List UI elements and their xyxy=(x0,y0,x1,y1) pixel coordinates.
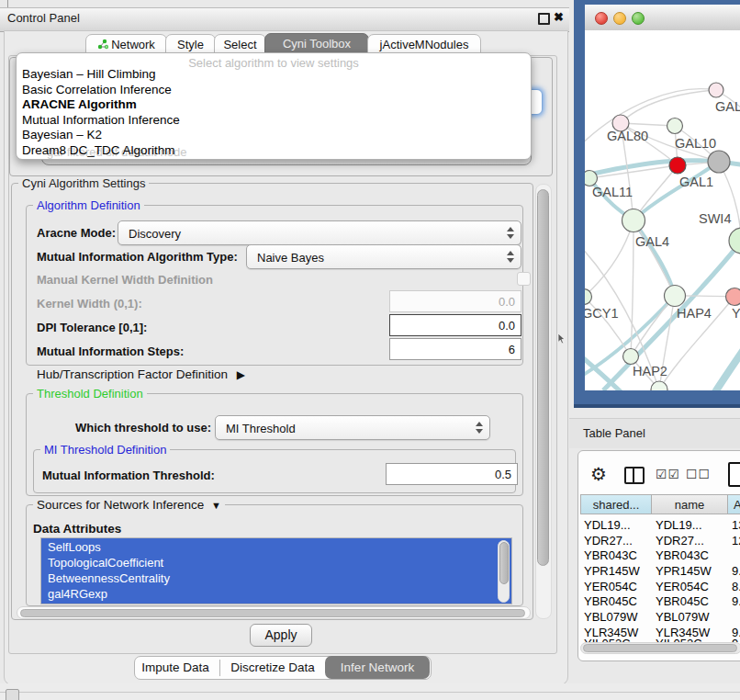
network-canvas[interactable]: GAL GAL80 GAL10 GAL1 GAL11 GAL4 SWI4 GCY… xyxy=(585,30,740,390)
settings-horizontal-scrollbar-thumb[interactable] xyxy=(20,609,525,617)
list-item-betweennesscentrality[interactable]: BetweennessCentrality xyxy=(48,571,170,585)
node-gal1[interactable] xyxy=(669,157,686,174)
which-threshold-combo[interactable]: MI Threshold xyxy=(215,415,490,440)
table-row[interactable]: YDR27... xyxy=(584,534,633,548)
dpi-tolerance-field[interactable] xyxy=(389,314,521,336)
tab-cyni-toolbox-label: Cyni Toolbox xyxy=(283,37,351,51)
minimize-traffic-light[interactable] xyxy=(613,12,626,25)
list-item-selfloops[interactable]: SelfLoops xyxy=(48,540,101,554)
table-horizontal-scrollbar-thumb[interactable] xyxy=(583,644,737,652)
list-item-topologicalcoefficient[interactable]: TopologicalCoefficient xyxy=(48,556,163,570)
node-gal4[interactable] xyxy=(622,209,645,232)
close-icon[interactable]: ✖ xyxy=(554,10,564,24)
table-row[interactable]: YBR043C xyxy=(584,548,637,562)
algorithm-definition-title: Algorithm Definition xyxy=(33,198,144,212)
column-header-a[interactable]: A xyxy=(728,494,740,514)
table-cell[interactable]: 9. xyxy=(732,564,740,578)
table-cell[interactable]: YPR145W xyxy=(656,564,712,578)
table-cell[interactable]: YDL19... xyxy=(656,518,702,532)
columns-icon[interactable] xyxy=(624,467,645,484)
tab-jactivemnodules-label: jActiveMNodules xyxy=(380,38,469,51)
tab-infer-network[interactable]: Infer Network xyxy=(325,656,430,679)
gear-icon[interactable]: ⚙ xyxy=(590,463,607,485)
table-cell[interactable]: YBL079W xyxy=(656,610,710,624)
settings-vertical-scrollbar-thumb[interactable] xyxy=(537,189,549,566)
column-header-shared-name[interactable]: shared... xyxy=(580,494,652,514)
expand-right-icon: ▶ xyxy=(237,368,245,381)
combo-up-arrow-icon xyxy=(476,422,483,426)
table-row[interactable]: YDL19... xyxy=(584,518,631,532)
dropdown-item-mutual-information[interactable]: Mutual Information Inference xyxy=(22,113,180,127)
dropdown-item-basic-correlation[interactable]: Basic Correlation Inference xyxy=(22,83,172,96)
dropdown-item-aracne[interactable]: ARACNE Algorithm xyxy=(22,97,137,111)
node-salmon[interactable] xyxy=(726,288,740,306)
tab-impute-data[interactable]: Impute Data xyxy=(134,657,217,679)
mi-algorithm-type-label: Mutual Information Algorithm Type: xyxy=(37,250,238,264)
network-graph xyxy=(585,30,740,390)
mi-steps-field[interactable] xyxy=(389,338,521,360)
bottom-tab-divider xyxy=(219,660,220,676)
mi-steps-label: Mutual Information Steps: xyxy=(37,344,184,358)
aracne-mode-label: Aracne Mode: xyxy=(37,226,116,240)
node-hap2[interactable] xyxy=(623,349,639,365)
node-label: GAL4 xyxy=(635,234,669,249)
table-cell[interactable]: 9. xyxy=(732,594,740,608)
dpi-tolerance-label: DPI Tolerance [0,1]: xyxy=(37,321,147,334)
table-row[interactable]: YER054C xyxy=(584,580,637,593)
algorithm-dropdown-popup: Select algorithm to view settings Bayesi… xyxy=(16,52,532,160)
manual-kernel-width-checkbox xyxy=(517,272,531,286)
kernel-width-field xyxy=(389,290,521,312)
aracne-mode-combo[interactable]: Discovery xyxy=(118,220,521,245)
table-cell[interactable]: YDR27... xyxy=(656,534,704,548)
node-gal10[interactable] xyxy=(667,119,683,134)
control-panel-titlebar xyxy=(0,7,569,32)
table-cell[interactable]: YER054C xyxy=(656,580,709,593)
column-header-name[interactable]: name xyxy=(652,494,728,514)
combo-up-arrow-icon xyxy=(507,227,514,231)
zoom-traffic-light[interactable] xyxy=(632,12,645,25)
unchecked-boxes-icon[interactable]: ☐☐ xyxy=(686,467,711,481)
mi-threshold-field[interactable] xyxy=(386,463,518,485)
hub-definition-toggle[interactable]: Hub/Transcription Factor Definition ▶ xyxy=(37,367,245,381)
table-cell[interactable]: 12 xyxy=(732,534,740,548)
node-hap4[interactable] xyxy=(665,286,686,307)
table-row[interactable]: YBR045C xyxy=(584,594,637,608)
tab-style-label: Style xyxy=(177,38,204,51)
mi-algorithm-type-combo[interactable]: Naive Bayes xyxy=(246,244,521,269)
node-gray-hub[interactable] xyxy=(708,151,730,173)
close-traffic-light[interactable] xyxy=(595,12,608,25)
data-attributes-label: Data Attributes xyxy=(33,522,121,536)
restore-icon[interactable] xyxy=(538,13,550,25)
list-item-gal4rgexp[interactable]: gal4RGexp xyxy=(48,587,107,601)
document-icon[interactable] xyxy=(728,462,740,487)
node-label: Y xyxy=(732,306,740,321)
list-vertical-scrollbar-thumb[interactable] xyxy=(499,542,509,584)
checked-boxes-icon[interactable]: ☑☑ xyxy=(656,467,680,481)
tab-discretize-data[interactable]: Discretize Data xyxy=(222,657,323,679)
dropdown-item-dream8[interactable]: Dream8 DC_TDC Algorithm xyxy=(22,143,175,157)
control-panel-title: Control Panel xyxy=(7,11,80,25)
app-bottom-divider xyxy=(0,692,740,693)
node-pink-top[interactable] xyxy=(709,83,723,97)
node-gcy1[interactable] xyxy=(585,289,592,305)
mi-threshold-label: Mutual Information Threshold: xyxy=(42,469,215,482)
mi-algorithm-type-value: Naive Bayes xyxy=(257,250,324,264)
node-label: GCY1 xyxy=(585,306,619,321)
node-swi4[interactable] xyxy=(729,228,740,254)
table-cell[interactable]: YBR045C xyxy=(656,594,709,608)
kernel-width-label: Kernel Width (0,1): xyxy=(37,297,142,310)
network-window-titlebar xyxy=(585,5,740,31)
collapse-down-icon: ▼ xyxy=(211,500,221,511)
node-gal11[interactable] xyxy=(585,171,598,186)
table-cell[interactable]: 8. xyxy=(732,580,740,593)
table-row[interactable]: YBL079W xyxy=(584,610,638,624)
corner-grip-icon[interactable] xyxy=(6,689,19,700)
dropdown-item-bayesian-k2[interactable]: Bayesian – K2 xyxy=(22,128,102,141)
dropdown-item-bayesian-hill[interactable]: Bayesian – Hill Climbing xyxy=(22,67,156,81)
apply-button[interactable]: Apply xyxy=(250,624,312,647)
sources-toggle[interactable]: Sources for Network Inference ▼ xyxy=(33,498,225,512)
table-cell[interactable]: YBR043C xyxy=(656,548,709,562)
table-cell[interactable]: 13 xyxy=(732,518,740,532)
which-threshold-label: Which threshold to use: xyxy=(75,421,211,435)
table-row[interactable]: YPR145W xyxy=(584,564,640,578)
